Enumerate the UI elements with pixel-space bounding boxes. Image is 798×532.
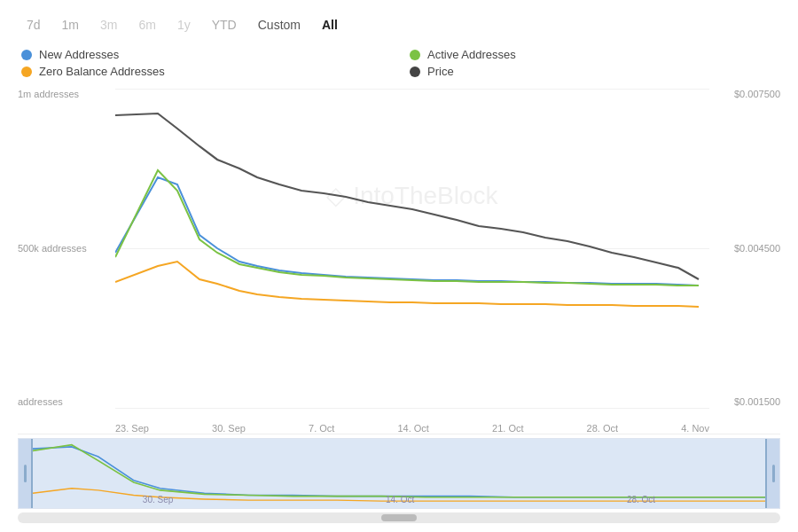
handle-bar-left (24, 465, 27, 482)
x-label-6: 4. Nov (681, 423, 709, 434)
legend-active-addresses: Active Addresses (410, 48, 780, 61)
mini-handle-right[interactable] (765, 439, 779, 508)
y-right-mid: $0.004500 (734, 243, 780, 254)
legend-dot-active (410, 50, 420, 60)
handle-bar-right (772, 465, 775, 482)
y-label-bot: addresses (18, 396, 115, 407)
y-axis-left: 1m addresses 500k addresses addresses (18, 89, 115, 407)
legend-label-active: Active Addresses (427, 48, 516, 61)
mini-x-label-2: 28. Oct (627, 495, 655, 505)
svg-text:◇ IntoTheBlock: ◇ IntoTheBlock (326, 182, 498, 209)
legend-new-addresses: New Addresses (21, 48, 392, 61)
btn-1y[interactable]: 1y (168, 14, 200, 35)
x-label-2: 7. Oct (309, 423, 334, 434)
btn-ytd[interactable]: YTD (203, 14, 246, 35)
btn-1m[interactable]: 1m (53, 14, 88, 35)
legend-zero-balance: Zero Balance Addresses (21, 65, 392, 78)
legend-dot-price (410, 66, 420, 77)
scrollbar-thumb[interactable] (381, 514, 417, 521)
btn-7d[interactable]: 7d (18, 14, 50, 35)
legend-label-price: Price (427, 65, 454, 78)
mini-handle-left[interactable] (19, 439, 33, 508)
legend-label-new: New Addresses (39, 48, 119, 61)
y-axis-right: $0.007500 $0.004500 $0.001500 (709, 89, 780, 407)
mini-x-label-1: 14. Oct (386, 495, 414, 505)
btn-custom[interactable]: Custom (249, 14, 309, 35)
x-label-0: 23. Sep (115, 423, 149, 434)
legend-dot-zero (21, 66, 32, 77)
x-label-3: 14. Oct (397, 423, 428, 434)
mini-chart[interactable]: 30. Sep 14. Oct 28. Oct (18, 438, 780, 509)
btn-6m[interactable]: 6m (129, 14, 164, 35)
x-label-4: 21. Oct (492, 423, 523, 434)
y-label-top: 1m addresses (18, 89, 115, 99)
main-chart: 1m addresses 500k addresses addresses $0… (18, 89, 780, 434)
scrollbar-track[interactable] (18, 512, 780, 523)
legend-label-zero: Zero Balance Addresses (39, 65, 165, 78)
x-label-5: 28. Oct (587, 423, 618, 434)
mini-x-label-0: 30. Sep (143, 495, 173, 505)
chart-legend: New Addresses Active Addresses Zero Bala… (18, 48, 780, 78)
main-container: 7d 1m 3m 6m 1y YTD Custom All New Addres… (0, 0, 798, 532)
btn-3m[interactable]: 3m (91, 14, 126, 35)
mini-x-labels: 30. Sep 14. Oct 28. Oct (36, 495, 762, 505)
legend-dot-new (21, 50, 32, 60)
x-axis: 23. Sep 30. Sep 7. Oct 14. Oct 21. Oct 2… (115, 409, 709, 434)
legend-price: Price (410, 65, 780, 78)
chart-svg: ◇ IntoTheBlock (115, 89, 709, 328)
chart-area: 1m addresses 500k addresses addresses $0… (18, 89, 780, 523)
time-range-bar: 7d 1m 3m 6m 1y YTD Custom All (18, 14, 780, 35)
y-right-bot: $0.001500 (734, 396, 780, 407)
x-label-1: 30. Sep (212, 423, 246, 434)
y-label-mid: 500k addresses (18, 243, 115, 254)
btn-all[interactable]: All (313, 14, 347, 35)
y-right-top: $0.007500 (734, 89, 780, 99)
